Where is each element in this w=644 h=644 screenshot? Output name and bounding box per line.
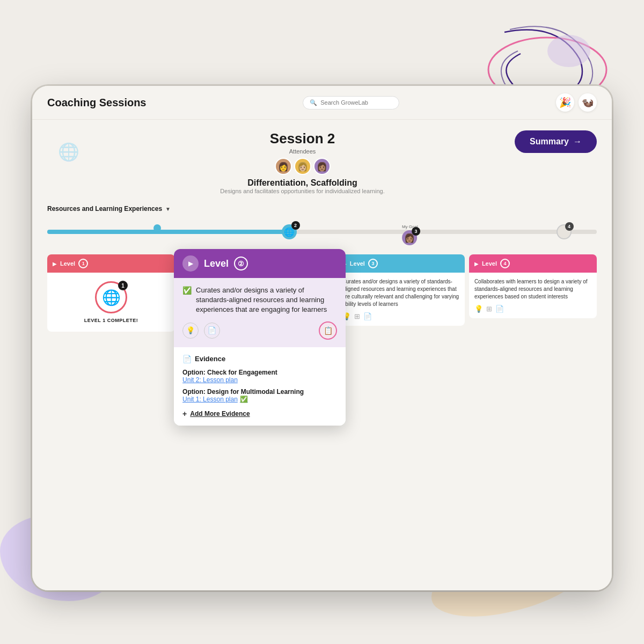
level-3-body: Curates and/or designs a variety of stan… xyxy=(337,273,465,326)
track-filled xyxy=(47,230,295,234)
topic-title: Differentiation, Scaffolding xyxy=(90,178,515,188)
track-node-2[interactable]: 🌐 2 xyxy=(282,224,297,239)
top-icons: 🎉 🦦 xyxy=(556,93,597,112)
level-4-label: Level xyxy=(482,260,497,267)
option-1-link-text: Unit 2: Lesson plan xyxy=(182,376,238,384)
level-4-grid-icon[interactable]: ⊞ xyxy=(486,305,492,313)
add-plus-icon: + xyxy=(182,409,187,418)
level-2-header[interactable]: ▶ Level ② xyxy=(174,249,346,278)
level-1-complete-text: LEVEL 1 COMPLETE! xyxy=(53,318,170,323)
level-2-title: Level xyxy=(204,258,229,269)
top-bar: Coaching Sessions 🔍 🎉 🦦 xyxy=(32,86,612,120)
session-header: 🌐 Session 2 Attendees 👩 👩🏼 👩🏽 Differenti… xyxy=(47,120,597,200)
level-3-doc-icon[interactable]: 📄 xyxy=(363,312,372,320)
topic-subtitle: Designs and facilitates opportunities fo… xyxy=(90,188,515,194)
level-card-1: ▶ Level 1 🌐 1 LEVEL 1 COMPLETE! xyxy=(47,254,175,332)
search-bar[interactable]: 🔍 xyxy=(303,96,399,109)
profile-icon-btn[interactable]: 🦦 xyxy=(579,93,597,112)
evidence-title-row: 📄 Evidence xyxy=(182,355,337,363)
evidence-doc-icon: 📄 xyxy=(182,355,192,363)
checkmark-icon: ✅ xyxy=(182,286,192,295)
track-node-4[interactable]: 4 xyxy=(557,224,572,239)
evidence-section: 📄 Evidence Option: Check for Engagement … xyxy=(174,347,346,426)
level-1-number-badge: 1 xyxy=(118,281,128,290)
summary-button[interactable]: Summary → xyxy=(515,130,597,153)
doc-icon-btn[interactable]: 📄 xyxy=(204,323,220,339)
search-input[interactable] xyxy=(320,99,392,106)
notification-icon-btn[interactable]: 🎉 xyxy=(556,93,574,112)
main-content: 🌐 Session 2 Attendees 👩 👩🏼 👩🏽 Differenti… xyxy=(32,120,612,590)
track-node-3[interactable]: My Goal 👩🏽 3 xyxy=(402,224,418,245)
avatar-node: 👩🏽 3 xyxy=(402,230,417,245)
levels-row: ▶ Level 1 🌐 1 LEVEL 1 COMPLETE! ▶ xyxy=(47,254,597,332)
option-2-link[interactable]: Unit 1: Lesson plan ✅ xyxy=(182,396,337,403)
device-frame: Coaching Sessions 🔍 🎉 🦦 🌐 Session 2 Atte… xyxy=(32,86,612,590)
play-icon-4: ▶ xyxy=(474,261,479,267)
lightbulb-icon-btn[interactable]: 💡 xyxy=(182,323,199,339)
level-4-icons: 💡 ⊞ 📄 xyxy=(474,305,591,313)
level-4-header[interactable]: ▶ Level 4 xyxy=(469,254,597,273)
school-logo: 🌐 xyxy=(47,130,90,173)
search-icon: 🔍 xyxy=(310,99,317,106)
level-4-badge: 4 xyxy=(500,259,510,268)
resources-label: Resources and Learning Experiences xyxy=(47,205,162,213)
clipboard-icon-btn[interactable]: 📋 xyxy=(319,321,337,340)
level-1-label: Level xyxy=(60,260,75,267)
play-circle-2: ▶ xyxy=(182,255,199,272)
evidence-option-1: Option: Check for Engagement Unit 2: Les… xyxy=(182,369,337,384)
node-badge-2: 2 xyxy=(291,221,300,230)
level-1-header[interactable]: ▶ Level 1 xyxy=(47,254,175,273)
level-1-badge: 1 xyxy=(78,259,88,268)
play-icon-1: ▶ xyxy=(53,261,57,267)
check-item-1: ✅ Curates and/or designs a variety of st… xyxy=(182,286,337,315)
node-badge-4: 4 xyxy=(565,222,574,231)
level-card-4: ▶ Level 4 Collaborates with learners to … xyxy=(469,254,597,332)
option-2-link-text: Unit 1: Lesson plan xyxy=(182,396,238,403)
avatar-2[interactable]: 👩🏼 xyxy=(294,158,311,175)
level-2-description: Curates and/or designs a variety of stan… xyxy=(196,286,337,315)
globe-node: 🌐 2 xyxy=(282,224,297,239)
session-left: 🌐 xyxy=(47,130,90,173)
level-1-content: 🌐 1 LEVEL 1 COMPLETE! xyxy=(47,273,175,332)
level-4-text: Collaborates with learners to design a v… xyxy=(474,278,591,301)
option-2-label: Option: Design for Multimodal Learning xyxy=(182,388,337,396)
level-card-3: ▶ Level 3 Curates and/or designs a varie… xyxy=(337,254,465,332)
level-3-icons: 💡 ⊞ 📄 xyxy=(342,312,459,320)
level-1-globe-icon: 🌐 1 xyxy=(95,281,127,313)
level-2-expanded-card: ▶ Level ② ✅ Curates and/or designs a var… xyxy=(174,249,346,426)
summary-label: Summary xyxy=(530,137,569,147)
session-center: Session 2 Attendees 👩 👩🏼 👩🏽 Differentiat… xyxy=(90,130,515,194)
level-4-body: Collaborates with learners to design a v… xyxy=(469,273,597,318)
app-title: Coaching Sessions xyxy=(47,97,147,109)
attendees-label: Attendees xyxy=(90,148,515,155)
resources-bar[interactable]: Resources and Learning Experiences ▼ xyxy=(47,205,597,213)
node-badge-3: 3 xyxy=(412,227,420,236)
footer-icons-left: 💡 📄 xyxy=(182,323,220,339)
level-3-text: Curates and/or designs a variety of stan… xyxy=(342,278,459,308)
svg-point-1 xyxy=(547,35,590,67)
level-3-badge: 3 xyxy=(368,259,378,268)
level-3-header[interactable]: ▶ Level 3 xyxy=(337,254,465,273)
option-2-check-icon: ✅ xyxy=(240,396,248,403)
level-4-doc-icon[interactable]: 📄 xyxy=(495,305,504,313)
avatars-group: 👩 👩🏼 👩🏽 xyxy=(90,158,515,175)
level-card-2: ▶ Level ② ✅ Curates and/or designs a var… xyxy=(179,254,333,332)
add-evidence-btn[interactable]: + Add More Evidence xyxy=(182,409,337,418)
track-node-1[interactable] xyxy=(153,224,161,232)
level-4-lightbulb-icon[interactable]: 💡 xyxy=(474,305,483,313)
evidence-title: Evidence xyxy=(195,355,225,363)
dropdown-arrow-icon: ▼ xyxy=(165,206,171,212)
option-1-label: Option: Check for Engagement xyxy=(182,369,337,376)
add-evidence-label: Add More Evidence xyxy=(190,410,250,418)
level-2-body: ✅ Curates and/or designs a variety of st… xyxy=(174,278,346,347)
option-1-link[interactable]: Unit 2: Lesson plan xyxy=(182,376,337,384)
level-3-label: Level xyxy=(350,260,365,267)
evidence-option-2: Option: Design for Multimodal Learning U… xyxy=(182,388,337,403)
level-3-grid-icon[interactable]: ⊞ xyxy=(354,312,360,320)
arrow-icon: → xyxy=(573,137,582,147)
empty-node: 4 xyxy=(557,224,572,239)
session-title: Session 2 xyxy=(90,130,515,147)
avatar-3[interactable]: 👩🏽 xyxy=(313,158,331,175)
level-2-num: ② xyxy=(234,257,248,270)
avatar-1[interactable]: 👩 xyxy=(275,158,292,175)
